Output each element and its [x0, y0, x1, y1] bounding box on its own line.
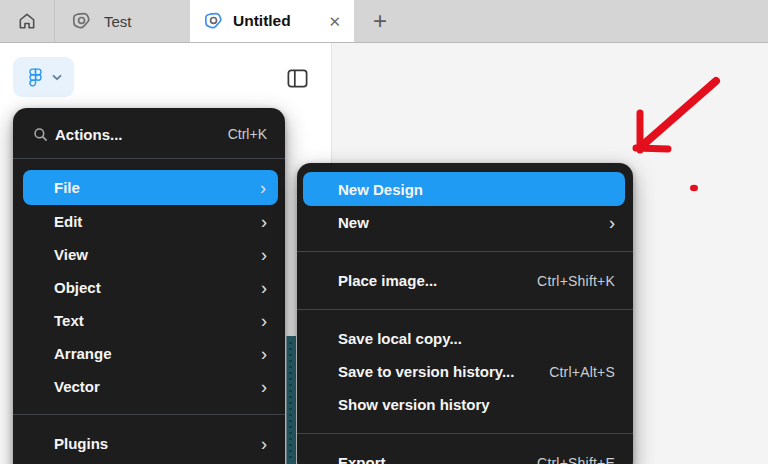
new-tab-button[interactable]: +: [368, 7, 392, 35]
menu-item-label: Save to version history...: [338, 363, 514, 380]
menu-shortcut: Ctrl+Shift+E: [525, 455, 615, 464]
menu-item-show-version-history[interactable]: Show version history: [297, 388, 633, 421]
menu-item-label: Show version history: [338, 396, 490, 413]
menu-item-edit[interactable]: Edit ›: [13, 205, 285, 238]
file-blob-icon-active: [202, 11, 223, 32]
menu-item-label: New: [338, 214, 369, 231]
menu-shortcut: Ctrl+Alt+S: [537, 364, 615, 380]
menu-shortcut: Ctrl+Shift+K: [525, 273, 615, 289]
tab-label: Untitled: [233, 12, 291, 30]
toggle-sidebar-button[interactable]: [286, 67, 309, 90]
menu-item-label: View: [54, 246, 88, 263]
file-blob-icon: [70, 11, 91, 32]
figma-logo-icon: [26, 68, 45, 87]
menu-item-label: Export...: [338, 454, 398, 464]
menu-item-place-image[interactable]: Place image... Ctrl+Shift+K: [297, 264, 633, 297]
menu-item-actions[interactable]: Actions... Ctrl+K: [13, 108, 285, 158]
menu-item-label: Save local copy...: [338, 330, 462, 347]
menu-item-save-local-copy[interactable]: Save local copy...: [297, 322, 633, 355]
tab-bar: Test Untitled ✕ +: [0, 0, 768, 43]
menu-item-view[interactable]: View ›: [13, 238, 285, 271]
menu-item-label: Edit: [54, 213, 82, 230]
menu-item-text[interactable]: Text ›: [13, 304, 285, 337]
file-submenu: New Design New › Place image... Ctrl+Shi…: [297, 163, 633, 464]
main-menu-dropdown: Actions... Ctrl+K File › Edit › View › O…: [13, 108, 285, 464]
tab-label: Test: [104, 13, 132, 30]
menu-item-label: Actions...: [55, 126, 123, 143]
menu-item-label: Arrange: [54, 345, 112, 362]
annotation-arrow: [636, 81, 716, 150]
home-tab[interactable]: [0, 0, 55, 42]
menu-item-label: Object: [54, 279, 101, 296]
menu-item-arrange[interactable]: Arrange ›: [13, 337, 285, 370]
menu-item-file[interactable]: File ›: [23, 170, 278, 205]
search-icon: [33, 127, 48, 142]
menu-item-export[interactable]: Export... Ctrl+Shift+E: [297, 446, 633, 464]
menu-item-new[interactable]: New ›: [297, 206, 633, 239]
main-menu-button[interactable]: [13, 57, 74, 97]
menu-item-new-design[interactable]: New Design: [303, 172, 625, 206]
menu-item-label: Text: [54, 312, 84, 329]
menu-divider: [297, 433, 633, 434]
chevron-down-icon: [52, 74, 62, 81]
menu-item-label: Plugins: [54, 435, 108, 452]
menu-item-label: Place image...: [338, 272, 437, 289]
menu-item-label: Vector: [54, 378, 100, 395]
close-icon[interactable]: ✕: [328, 14, 341, 29]
menu-item-vector[interactable]: Vector ›: [13, 370, 285, 403]
menu-shortcut: Ctrl+K: [228, 126, 267, 142]
canvas-artifact-strip: [286, 336, 296, 464]
menu-item-label: File: [54, 179, 80, 196]
menu-divider: [297, 251, 633, 252]
menu-item-plugins[interactable]: Plugins ›: [13, 427, 285, 460]
home-icon: [17, 11, 37, 31]
tab-untitled[interactable]: Untitled ✕: [190, 0, 354, 42]
annotation-dot: [690, 185, 698, 191]
menu-divider: [297, 309, 633, 310]
menu-item-label: New Design: [338, 181, 423, 198]
menu-item-object[interactable]: Object ›: [13, 271, 285, 304]
tab-test[interactable]: Test: [55, 0, 190, 42]
menu-item-save-to-version-history[interactable]: Save to version history... Ctrl+Alt+S: [297, 355, 633, 388]
